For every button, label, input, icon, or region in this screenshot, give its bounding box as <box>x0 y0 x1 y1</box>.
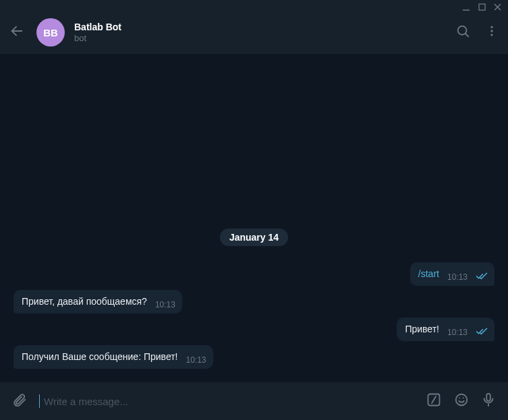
emoji-icon[interactable] <box>454 392 469 410</box>
message-input-bar <box>0 382 508 420</box>
svg-rect-1 <box>479 4 485 10</box>
window-controls <box>0 0 508 12</box>
input-caret <box>39 394 40 408</box>
message-row: Получил Ваше сообщение: Привет!10:13 <box>13 345 495 369</box>
commands-icon[interactable] <box>426 392 442 411</box>
search-icon[interactable] <box>455 24 470 41</box>
svg-point-7 <box>490 26 492 28</box>
back-button[interactable] <box>9 24 24 41</box>
read-ticks-icon <box>476 271 488 280</box>
message-row: Привет!10:13 <box>13 318 495 341</box>
avatar-initials: BB <box>43 27 58 38</box>
svg-point-8 <box>490 30 492 32</box>
message-bubble-incoming[interactable]: Привет, давай пообщаемся?10:13 <box>13 290 182 313</box>
chat-subtitle: bot <box>74 33 441 43</box>
attach-icon[interactable] <box>12 392 27 410</box>
chat-title: Batlab Bot <box>74 22 441 32</box>
chat-header: BB Batlab Bot bot <box>0 12 508 54</box>
date-separator-row: January 14 <box>13 229 495 246</box>
svg-line-11 <box>432 396 436 403</box>
message-row: /start10:13 <box>13 262 495 286</box>
more-icon[interactable] <box>485 24 499 40</box>
chat-area[interactable]: January 14 /start10:13Привет, давай пооб… <box>0 54 508 382</box>
message-bubble-outgoing[interactable]: Привет!10:13 <box>397 318 495 341</box>
minimize-icon[interactable] <box>462 3 470 11</box>
avatar[interactable]: BB <box>36 18 65 47</box>
message-time: 10:13 <box>155 300 175 309</box>
message-text: Привет! <box>405 323 439 336</box>
maximize-icon[interactable] <box>478 3 486 11</box>
svg-line-6 <box>465 34 468 36</box>
message-bubble-outgoing[interactable]: /start10:13 <box>410 262 495 286</box>
message-time: 10:13 <box>447 272 468 282</box>
message-time: 10:13 <box>447 328 468 337</box>
svg-point-9 <box>490 34 492 36</box>
message-input[interactable] <box>44 396 414 407</box>
chat-title-block[interactable]: Batlab Bot bot <box>74 22 441 43</box>
date-separator: January 14 <box>220 229 288 246</box>
message-bubble-incoming[interactable]: Получил Ваше сообщение: Привет!10:13 <box>13 345 213 369</box>
message-text: /start <box>418 268 439 280</box>
message-text: Привет, давай пообщаемся? <box>22 295 147 308</box>
message-time: 10:13 <box>186 355 206 365</box>
read-ticks-icon <box>476 326 488 336</box>
message-row: Привет, давай пообщаемся?10:13 <box>13 290 495 313</box>
close-icon[interactable] <box>494 3 501 11</box>
microphone-icon[interactable] <box>481 392 496 410</box>
svg-point-12 <box>456 394 468 406</box>
message-text: Получил Ваше сообщение: Привет! <box>22 351 178 363</box>
